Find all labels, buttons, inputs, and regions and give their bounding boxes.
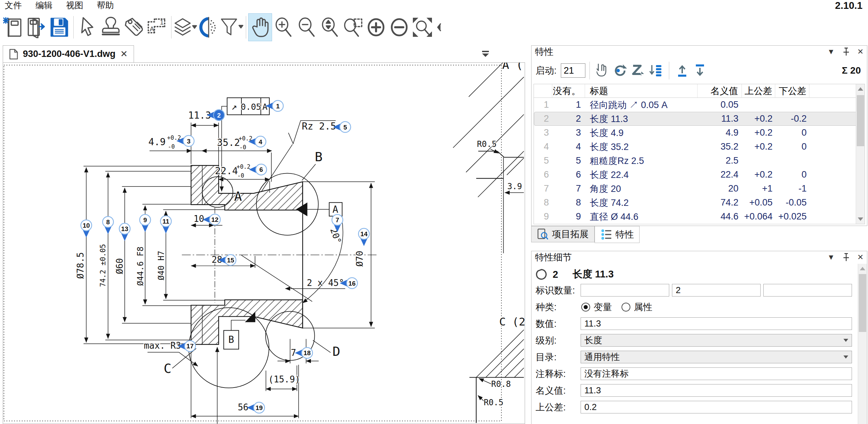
dimension-label: R0.8 [491,379,511,389]
document-tab[interactable]: 930-1200-406-V1.dwg ✕ [3,45,134,62]
dimension-label: ↗ [231,101,237,112]
scroll-up-icon[interactable] [856,84,865,94]
svg-text:5: 5 [343,124,347,131]
details-scrollbar[interactable] [858,264,867,424]
scroll-down-icon[interactable] [856,214,865,224]
tab-close-icon[interactable]: ✕ [120,49,128,59]
column-header-5[interactable]: 上公差 [742,84,775,97]
field-input[interactable]: 0.2 [581,401,852,413]
tab-overflow-button[interactable] [481,50,490,59]
field-label: 标识数量: [536,284,581,297]
renumber-button[interactable] [612,62,629,79]
scrollbar-thumb[interactable] [857,95,864,146]
start-input[interactable] [561,63,585,78]
pin-icon[interactable] [842,47,850,56]
column-header-6[interactable]: 下公差 [775,84,809,97]
field-label: 级别: [536,334,581,347]
close-panel-icon[interactable]: ✕ [857,47,864,56]
balloon-marker-13[interactable]: 13 [119,223,130,241]
tab-characteristics[interactable]: 特性 [595,226,640,243]
menu-item-2[interactable]: 编辑 [35,0,53,11]
scrollbar-thumb[interactable] [859,274,866,332]
characteristic-row-5[interactable]: 55粗糙度Rz 2.52.5 [534,154,865,168]
pick-hand-button[interactable] [594,62,612,79]
tag-tool-button[interactable] [122,14,146,41]
characteristic-row-4[interactable]: 44长度 35.235.2+0.20 [534,140,865,154]
zoom-fit-button[interactable] [411,14,434,41]
decrease-button[interactable] [388,14,411,41]
balloon-marker-10[interactable]: 10 [81,220,92,238]
column-header-1[interactable] [534,84,552,97]
characteristic-row-1[interactable]: 11径向跳动 ↗ 0.05 A0.05 [534,98,865,112]
table-scrollbar[interactable] [856,84,865,224]
field-input[interactable] [763,284,852,297]
characteristics-table: 没有。标题名义值上公差下公差 11径向跳动 ↗ 0.05 A0.0522长度 1… [534,84,865,224]
zoom-fit-icon [412,17,433,37]
select-cursor-button[interactable] [76,14,99,41]
characteristic-row-7[interactable]: 77角度 2020+1-1 [534,182,865,196]
panel-menu-icon[interactable]: ▼ [827,253,835,262]
field-input[interactable]: 11.3 [581,384,852,397]
partial-selection-button[interactable]: A 1 [146,14,169,41]
field-input[interactable]: 没有注释标 [581,367,852,380]
svg-text:13: 13 [121,225,128,232]
zoom-window-button[interactable] [341,14,364,41]
balloon-marker-8[interactable]: 8 [103,216,114,234]
dimension-label: 74.2 ±0.05 [99,244,107,287]
characteristic-row-8[interactable]: 88长度 74.274.2+0.05-0.05 [534,196,865,210]
column-header-4[interactable]: 名义值 [698,84,742,97]
balloon-marker-1[interactable]: 1 [266,101,283,111]
selected-item-title: 长度 11.3 [572,268,614,281]
field-select[interactable]: 长度 [581,334,852,347]
radio-变量[interactable] [581,303,590,312]
layers-button[interactable] [174,14,197,41]
apply-order-button[interactable] [647,62,665,79]
zoom-selection-button[interactable] [318,14,341,41]
column-header-3[interactable]: 标题 [585,84,698,97]
close-panel-icon[interactable]: ✕ [857,253,864,262]
cell: +0.2 [742,113,775,124]
menu-item-1[interactable]: 文件 [5,0,22,11]
open-document-button[interactable] [25,14,48,41]
zoom-in-button[interactable] [272,14,295,41]
svg-text:1: 1 [160,18,164,26]
field-select[interactable]: 通用特性 [581,351,852,363]
mirror-view-button[interactable] [197,14,220,41]
save-button[interactable] [48,14,71,41]
characteristic-row-3[interactable]: 33长度 4.94.9+0.20 [534,126,865,140]
dimension-label: 20° [328,227,343,245]
balloon-marker-9[interactable]: 9 [140,214,151,232]
move-top-button[interactable] [673,62,691,79]
menu-item-3[interactable]: 视图 [66,0,83,11]
balloon-marker-14[interactable]: 14 [358,228,369,246]
field-label: 种类: [536,301,581,313]
characteristic-row-6[interactable]: 66长度 22.422.4+0.20 [534,168,865,182]
balloon-marker-6[interactable]: 6 [249,164,267,175]
zoom-out-button[interactable] [295,14,318,41]
field-input[interactable] [581,284,669,297]
balloon-marker-19[interactable]: 19 [247,402,265,413]
z-order-button[interactable] [629,62,647,79]
tab-project-expansion[interactable]: 项目拓展 [531,226,595,242]
characteristic-row-9[interactable]: 99直径 Ø 44.644.6+0.064+0.025 [534,210,865,224]
stamp-tool-button[interactable] [99,14,122,41]
field-input[interactable]: 2 [672,284,761,297]
column-header-2[interactable]: 没有。 [552,84,585,97]
radio-属性[interactable] [622,303,630,312]
increase-button[interactable] [364,14,388,41]
field-input[interactable]: 11.3 [581,317,852,330]
balloon-marker-12[interactable]: 12 [203,214,220,225]
panel-menu-icon[interactable]: ▼ [827,47,835,56]
move-bottom-button[interactable] [691,62,709,79]
new-document-button[interactable] [1,14,25,41]
collapse-toolbar-button[interactable] [434,14,444,41]
menu-item-4[interactable]: 帮助 [97,0,114,11]
filter-button[interactable] [220,14,243,41]
drawing-canvas[interactable]: 11.34.9+0.2-035.2+0.2-022.4+0.2-0Rz 2.5↗… [3,62,525,424]
pan-hand-button[interactable] [249,14,272,41]
pin-icon[interactable] [842,253,850,262]
balloon-marker-11[interactable]: 11 [161,216,171,233]
characteristic-row-2[interactable]: 22长度 11.311.3+0.2-0.2 [534,112,865,126]
balloon-marker-18[interactable]: 18 [295,347,313,358]
scroll-up-icon[interactable] [858,264,867,273]
